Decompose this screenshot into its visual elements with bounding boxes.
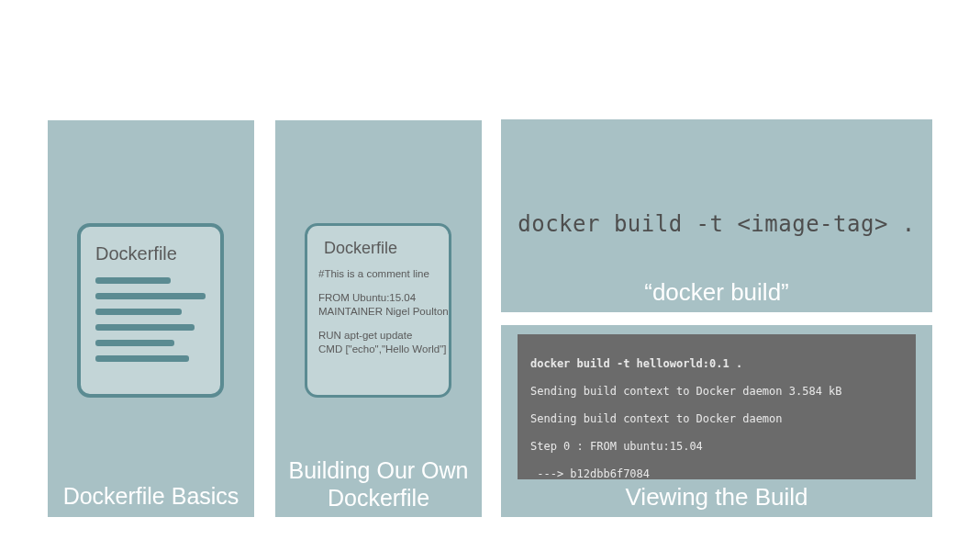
card-title-building: Building Our Own Dockerfile — [275, 456, 482, 512]
code-cmd: CMD ["echo","Hello World"] — [318, 343, 438, 357]
terminal-output: docker build -t helloworld:0.1 . Sending… — [518, 334, 916, 479]
terminal-line: Step 0 : FROM ubuntu:15.04 — [530, 440, 903, 454]
card-title-docker-build: “docker build” — [501, 278, 932, 307]
card-title-basics: Dockerfile Basics — [48, 483, 254, 510]
dockerfile-icon: Dockerfile — [77, 223, 224, 398]
code-maintainer: MAINTAINER Nigel Poulton — [318, 305, 438, 320]
card-viewing-build: docker build -t helloworld:0.1 . Sending… — [501, 325, 932, 517]
terminal-command: docker build -t helloworld:0.1 . — [530, 357, 903, 371]
code-comment: #This is a comment line — [318, 267, 438, 282]
dockerfile-icon-lines — [95, 277, 206, 362]
terminal-line: ---> b12dbb6f7084 — [530, 467, 903, 479]
code-from: FROM Ubuntu:15.04 — [318, 291, 438, 306]
terminal-line: Sending build context to Docker daemon 3… — [530, 385, 903, 399]
dockerfile-icon-title: Dockerfile — [95, 243, 206, 264]
card-dockerfile-basics: Dockerfile Dockerfile Basics — [48, 120, 254, 517]
card-title-viewing: Viewing the Build — [501, 483, 932, 512]
card-docker-build-cmd: docker build -t <image-tag> . “docker bu… — [501, 119, 932, 312]
dockerfile-code-icon: Dockerfile #This is a comment line FROM … — [305, 223, 451, 398]
code-run: RUN apt-get update — [318, 329, 438, 343]
terminal-line: Sending build context to Docker daemon — [530, 412, 903, 426]
docker-build-command: docker build -t <image-tag> . — [501, 211, 932, 237]
dockerfile-code-title: Dockerfile — [318, 239, 438, 258]
card-building-dockerfile: Dockerfile #This is a comment line FROM … — [275, 120, 482, 517]
